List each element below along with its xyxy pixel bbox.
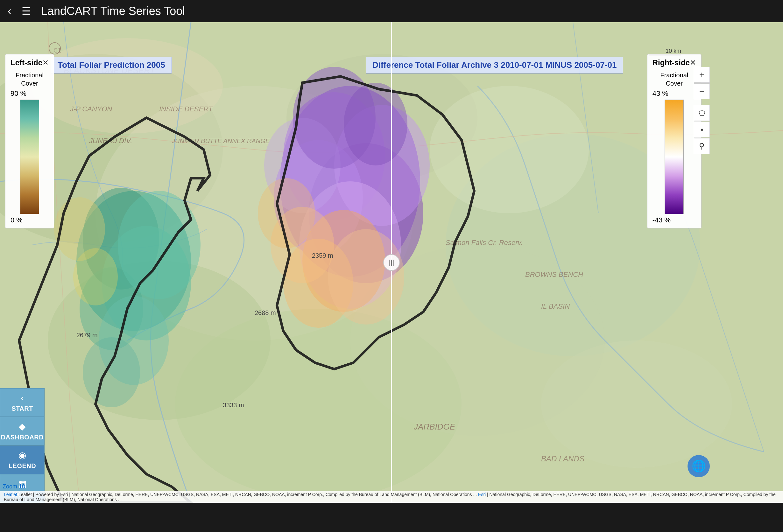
left-legend-pct-bottom: 0 % xyxy=(10,216,49,224)
app-title: LandCART Time Series Tool xyxy=(41,4,185,18)
esri-link[interactable]: Esri xyxy=(478,492,486,497)
right-legend-panel: Right-side ✕ Fractional Cover 43 % -43 % xyxy=(647,54,701,228)
map-divider: ||| xyxy=(391,22,392,503)
zoom-indicator: Zoom 10 xyxy=(3,483,25,490)
attribution-text: Leaflet Leaflet | Powered by Esri | Nati… xyxy=(4,492,779,502)
svg-point-7 xyxy=(430,86,589,213)
right-legend-header: Right-side ✕ xyxy=(653,58,696,67)
right-legend-pct-top: 43 % xyxy=(653,90,696,98)
left-legend-title: Left-side xyxy=(10,58,42,67)
svg-point-35 xyxy=(344,83,407,165)
header: ‹ ☰ LandCART Time Series Tool xyxy=(0,0,783,22)
svg-text:3333 m: 3333 m xyxy=(223,402,244,408)
zoom-controls: + − xyxy=(694,67,710,99)
menu-button[interactable]: ☰ xyxy=(22,6,31,16)
leaflet-link[interactable]: Leaflet xyxy=(4,492,17,497)
left-legend-panel: Left-side ✕ Fractional Cover 90 % 0 % xyxy=(5,54,54,228)
left-legend-label: Fractional Cover xyxy=(10,71,49,88)
svg-point-17 xyxy=(83,337,140,407)
svg-text:J-P CANYON: J-P CANYON xyxy=(70,105,112,113)
svg-point-19 xyxy=(73,248,118,305)
nav-legend-label: LEGEND xyxy=(9,462,36,470)
left-legend-close[interactable]: ✕ xyxy=(42,58,49,67)
draw-pin-button[interactable]: ⚲ xyxy=(694,138,710,154)
draw-tools: ⬠ ▪ ⚲ xyxy=(694,105,710,154)
left-map-title: Total Foliar Prediction 2005 xyxy=(51,57,172,73)
nav-dashboard-button[interactable]: ◆ DASHBOARD xyxy=(0,417,44,445)
right-legend-pct-bottom: -43 % xyxy=(653,216,696,224)
right-legend-label: Fractional Cover xyxy=(653,71,696,88)
left-color-bar xyxy=(20,100,39,214)
back-button[interactable]: ‹ xyxy=(8,5,11,17)
nav-legend-button[interactable]: ◉ LEGEND xyxy=(0,445,44,474)
svg-point-38 xyxy=(328,229,404,325)
svg-text:2679 m: 2679 m xyxy=(76,332,98,338)
scale-text: 10 km xyxy=(665,48,681,55)
right-color-bar xyxy=(665,100,684,214)
left-legend-header: Left-side ✕ xyxy=(10,58,49,67)
svg-text:IL BASIN: IL BASIN xyxy=(541,302,570,310)
dashboard-icon: ◆ xyxy=(19,421,26,432)
svg-text:JARBIDGE: JARBIDGE xyxy=(413,422,456,431)
draw-polygon-button[interactable]: ⬠ xyxy=(694,105,710,121)
svg-text:2688 m: 2688 m xyxy=(255,309,276,316)
nav-start-button[interactable]: ‹ START xyxy=(0,388,44,417)
zoom-out-button[interactable]: − xyxy=(694,84,710,99)
start-icon: ‹ xyxy=(21,393,24,403)
left-legend-pct-top: 90 % xyxy=(10,90,49,98)
right-legend-close[interactable]: ✕ xyxy=(690,58,696,67)
right-map-title: Difference Total Foliar Archive 3 2010-0… xyxy=(366,57,623,73)
nav-dashboard-label: DASHBOARD xyxy=(1,434,44,441)
legend-icon: ◉ xyxy=(19,450,26,460)
attribution-bar: Leaflet Leaflet | Powered by Esri | Nati… xyxy=(0,491,783,503)
svg-text:BROWNS BENCH: BROWNS BENCH xyxy=(525,270,583,278)
svg-text:BAD LANDS: BAD LANDS xyxy=(541,454,584,463)
right-legend-title: Right-side xyxy=(653,58,690,67)
globe-button[interactable]: 🌐 xyxy=(688,455,710,477)
map-container: BLACKSTONE DESERT J-P CANYON JUNEAU DIV.… xyxy=(0,22,783,503)
svg-text:2359 m: 2359 m xyxy=(312,252,333,259)
divider-handle[interactable]: ||| xyxy=(383,254,400,271)
draw-rectangle-button[interactable]: ▪ xyxy=(694,122,710,137)
svg-text:INSIDE DESERT: INSIDE DESERT xyxy=(159,105,213,113)
zoom-in-button[interactable]: + xyxy=(694,67,710,83)
nav-start-label: START xyxy=(11,405,33,412)
